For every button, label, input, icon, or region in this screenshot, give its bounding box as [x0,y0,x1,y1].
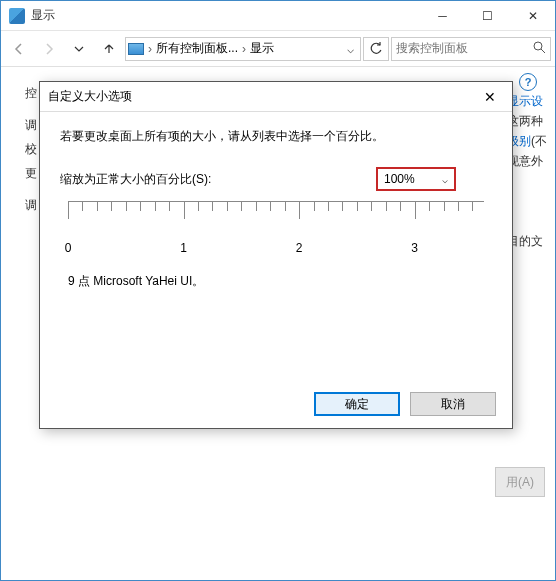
ruler-label: 0 [65,241,72,255]
ruler-label: 1 [180,241,187,255]
scale-label: 缩放为正常大小的百分比(S): [60,171,211,188]
peek-text: (不 [531,134,547,148]
ruler-label: 3 [411,241,418,255]
search-input[interactable]: 搜索控制面板 [391,37,551,61]
address-bar[interactable]: › 所有控制面板... › 显示 ⌵ [125,37,361,61]
search-placeholder: 搜索控制面板 [396,40,468,57]
display-icon [9,8,25,24]
minimize-button[interactable]: ─ [420,1,465,31]
dialog-close-button[interactable]: ✕ [476,86,504,108]
dialog-titlebar: 自定义大小选项 ✕ [40,82,512,112]
toolbar: › 所有控制面板... › 显示 ⌵ 搜索控制面板 [1,31,555,67]
close-button[interactable]: ✕ [510,1,555,31]
svg-point-0 [534,42,542,50]
window-title: 显示 [31,7,420,24]
ruler-label: 2 [296,241,303,255]
dialog-intro: 若要更改桌面上所有项的大小，请从列表中选择一个百分比。 [60,128,492,145]
monitor-icon [128,43,144,55]
chevron-down-icon: ⌵ [442,174,448,185]
scale-combobox[interactable]: 100% ⌵ [376,167,456,191]
forward-button[interactable] [35,35,63,63]
maximize-button[interactable]: ☐ [465,1,510,31]
chevron-down-icon[interactable]: ⌵ [343,42,358,56]
help-icon[interactable]: ? [519,73,537,91]
dialog-footer: 确定 取消 [314,392,496,416]
chevron-right-icon: › [242,42,246,56]
apply-button: 用(A) [495,467,545,497]
refresh-button[interactable] [363,37,389,61]
recent-button[interactable] [65,35,93,63]
breadcrumb-seg1[interactable]: 所有控制面板... [156,40,238,57]
ok-button[interactable]: 确定 [314,392,400,416]
search-icon [533,41,546,57]
chevron-right-icon: › [148,42,152,56]
custom-size-dialog: 自定义大小选项 ✕ 若要更改桌面上所有项的大小，请从列表中选择一个百分比。 缩放… [39,81,513,429]
dialog-title: 自定义大小选项 [48,88,476,105]
scale-value: 100% [384,172,415,186]
up-button[interactable] [95,35,123,63]
window-titlebar: 显示 ─ ☐ ✕ [1,1,555,31]
back-button[interactable] [5,35,33,63]
cancel-button[interactable]: 取消 [410,392,496,416]
breadcrumb-seg2[interactable]: 显示 [250,40,274,57]
dialog-body: 若要更改桌面上所有项的大小，请从列表中选择一个百分比。 缩放为正常大小的百分比(… [40,112,512,310]
ruler[interactable]: 0123 [68,201,484,261]
font-sample: 9 点 Microsoft YaHei UI。 [68,273,484,290]
